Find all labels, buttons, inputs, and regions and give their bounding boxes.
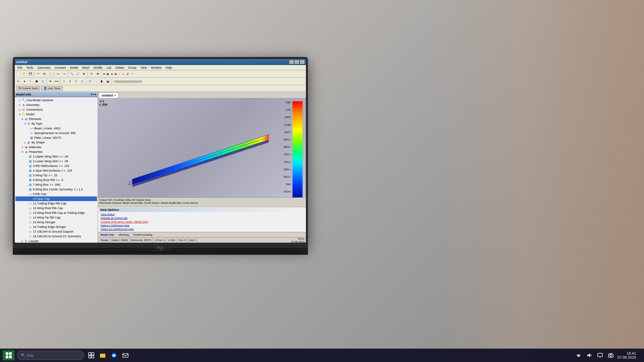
tree-prop4[interactable]: ▦ 4.Spar Mid-Surfaces: t = .125	[15, 168, 97, 173]
tab-untitled[interactable]: Untitled ×	[99, 93, 119, 98]
tb2-elem[interactable]: ▪	[28, 78, 34, 84]
tree-by-shape[interactable]: ▷ ◐ By Shape	[15, 140, 97, 145]
tree-prop9[interactable]: ▭ 9.Rib Cap	[15, 192, 97, 196]
toggle[interactable]: ▷	[18, 99, 21, 102]
tray-network[interactable]	[575, 350, 582, 360]
tb-zoom-in[interactable]: 🔍	[69, 71, 75, 77]
tree-prop13[interactable]: ▭ 13.Wing Root Rib Cap at Trailing Edge	[15, 210, 97, 215]
tree-geometry[interactable]: ▷ ◈ Geometry	[15, 103, 97, 107]
tray-camera[interactable]	[607, 350, 614, 360]
tree-coord-systems[interactable]: ▷ 🔧 Coordinate Systems	[15, 98, 97, 103]
tree-prop3[interactable]: ▦ 3.Rib MidSurfaces: t = .125	[15, 164, 97, 168]
menu-model[interactable]: Model	[68, 65, 80, 70]
tb2-top[interactable]: ⬓	[105, 78, 111, 84]
tree-prop1[interactable]: ▦ 1.Upper Wing Skin: t = .09	[15, 154, 97, 159]
tb2-face[interactable]: ◻	[40, 78, 46, 84]
tree-prop7[interactable]: ▦ 7.Wing Box: t = .090	[15, 182, 97, 187]
tb-redo[interactable]: ↪	[61, 71, 67, 77]
menu-modify[interactable]: Modify	[92, 65, 105, 70]
taskbar-search[interactable]: 🔍 Coo	[17, 351, 84, 360]
menu-file[interactable]: File	[15, 65, 24, 70]
tb2-iso[interactable]: ⬡	[87, 78, 93, 84]
toggle[interactable]: ▷	[21, 145, 24, 149]
menu-connect[interactable]: Connect	[53, 65, 68, 70]
tb-new[interactable]: 📄	[15, 71, 21, 77]
taskbar-mail[interactable]	[120, 350, 130, 360]
tree-container[interactable]: ▷ 🔧 Coordinate Systems ▷ ◈ Geometry	[15, 97, 98, 243]
tb2-coord[interactable]: ⊕	[47, 78, 53, 84]
btab-model-info[interactable]: Model Info	[99, 233, 116, 237]
tree-prop6[interactable]: ▦ 6.Wing Root Rib: t = .5	[15, 178, 97, 182]
toggle[interactable]: ▷	[18, 108, 21, 111]
tb-save[interactable]: 💾	[28, 71, 34, 77]
tb-fit[interactable]: ⊞	[81, 71, 87, 77]
tb-paste[interactable]: 📋	[47, 71, 53, 77]
tree-properties[interactable]: ▾ ◉ Properties	[15, 149, 97, 154]
tree-prop18[interactable]: ▭ 18.CBUSH to Ground ZX Symmetry	[15, 234, 97, 239]
tb-rotate[interactable]: ↻	[89, 71, 95, 77]
tb2-measure[interactable]: ⟷	[53, 78, 59, 84]
tree-spring-damper[interactable]: ⤲ Spring/Damper to Ground: 368	[15, 131, 97, 135]
tb2-front[interactable]: ⬜	[93, 78, 99, 84]
tb-properties[interactable]: ◈	[110, 71, 114, 77]
tree-beam-linear[interactable]: ▭ Beam, Linear: 4932	[15, 126, 97, 131]
tree-materials[interactable]: ▷ ◆ Materials	[15, 145, 97, 149]
close-button[interactable]: ×	[300, 60, 305, 64]
tree-prop10[interactable]: ▭ 10.Spar Cap	[15, 196, 97, 201]
minimize-button[interactable]: —	[289, 60, 294, 64]
toggle[interactable]: ▷	[18, 103, 21, 107]
tree-prop11[interactable]: ▭ 11.Trailing Edge Rib Cap	[15, 201, 97, 206]
vo-select-undeformed[interactable]: Select an Undeformed View	[99, 227, 305, 231]
start-button[interactable]	[3, 350, 14, 360]
menu-window[interactable]: Window	[149, 65, 164, 70]
menu-view[interactable]: View	[139, 65, 149, 70]
tree-prop12[interactable]: ▭ 12.Wing Root Rib Cap	[15, 206, 97, 210]
toggle[interactable]: ▾	[21, 117, 24, 121]
menu-help[interactable]: Help	[164, 65, 174, 70]
toggle[interactable]: ▷	[21, 239, 24, 243]
menu-mesh[interactable]: Mesh	[80, 65, 92, 70]
toggle[interactable]: ▾	[18, 113, 21, 116]
maximize-button[interactable]: □	[294, 60, 299, 64]
tray-monitor[interactable]	[597, 350, 603, 360]
tb-loads[interactable]: ↕	[118, 71, 121, 77]
user-tools-btn[interactable]: 👤 User Tools	[41, 86, 63, 90]
tree-prop5[interactable]: ▦ 5.Wing Tip: t = .25	[15, 173, 97, 178]
tb-copy[interactable]: ⧉	[41, 71, 47, 77]
tb-nodes[interactable]: ■	[102, 71, 106, 77]
tb-contour[interactable]: 🌈	[125, 71, 130, 77]
menu-geometry[interactable]: Geometry	[36, 65, 53, 70]
tb2-side[interactable]: ◧	[99, 78, 105, 84]
tray-volume[interactable]	[586, 350, 593, 360]
tree-plate-linear[interactable]: ▦ Plate, Linear: 30270	[15, 135, 97, 140]
tree-prop16[interactable]: ▭ 16.Trailing Edge Stringer	[15, 225, 97, 229]
tb2-select[interactable]: ↖	[15, 78, 21, 84]
tb-deform[interactable]: 〰	[130, 71, 135, 77]
tb2-view1[interactable]: 1	[61, 78, 67, 84]
toggle[interactable]: ▾	[21, 150, 24, 154]
taskbar-task-view[interactable]	[86, 350, 96, 360]
tab-close-icon[interactable]: ×	[114, 94, 116, 97]
tb2-view4[interactable]: 4	[79, 78, 85, 84]
tb2-body[interactable]: ◼	[34, 78, 40, 84]
vo-contour-style[interactable]: Contour Style set to: None - Model Only	[99, 220, 305, 224]
tree-elements[interactable]: ▾ ▦ Elements	[15, 117, 97, 121]
btab-postprocessing[interactable]: PostProcessing	[131, 233, 154, 237]
tree-prop2[interactable]: ▦ 2.Lower Wing Skin: t = .09	[15, 159, 97, 164]
tree-model[interactable]: ▾ 📁 Model	[15, 112, 97, 117]
tree-prop17[interactable]: ▭ 17.CBUSH to Ground Support	[15, 229, 97, 234]
taskbar-edge[interactable]	[109, 350, 119, 360]
tb-cut[interactable]: ✂	[35, 71, 41, 77]
vo-activate-output[interactable]: Activate an Output Set	[99, 216, 305, 220]
vo-select-deformed[interactable]: Select a Deformed View	[99, 224, 305, 227]
taskbar-file-explorer[interactable]	[98, 350, 108, 360]
viewport[interactable]: V 1 L 824	[98, 98, 306, 197]
tree-prop8[interactable]: ▦ 8.Wing Box Center Symmetry: t = 1.0	[15, 187, 97, 192]
tree-connections[interactable]: ▷ ⊞ Connections	[15, 107, 97, 112]
tb2-node[interactable]: ●	[21, 78, 28, 84]
tb2-view3[interactable]: 3	[73, 78, 79, 84]
tb-zoom-out[interactable]: 🔎	[75, 71, 81, 77]
tb-material[interactable]: ◉	[114, 71, 118, 77]
toggle[interactable]: ▾	[23, 122, 27, 125]
btab-meshing[interactable]: Meshing	[117, 233, 131, 237]
